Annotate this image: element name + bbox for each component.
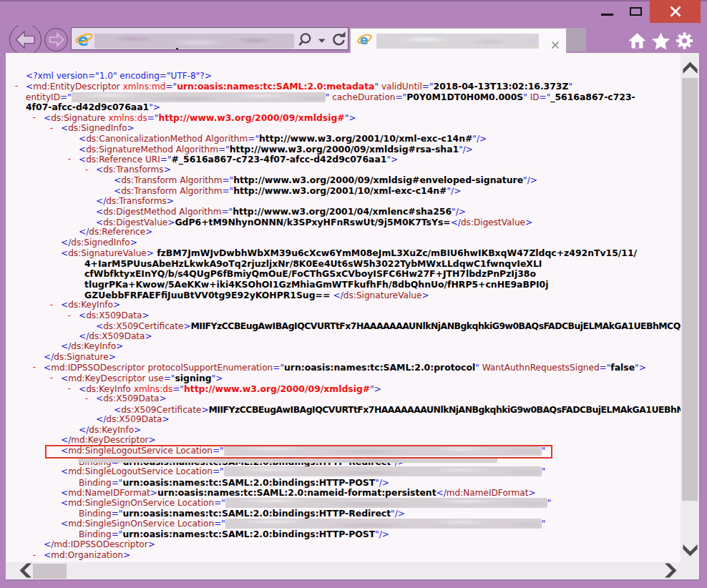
xml-token: ds:DigestMethod (103, 207, 176, 217)
xml-token: ds:KeyInfo (89, 425, 134, 435)
collapse-marker[interactable]: - (48, 300, 55, 310)
xml-token: </ (79, 227, 89, 237)
xml-token: Location (176, 466, 213, 476)
collapse-marker[interactable]: - (13, 81, 20, 91)
back-button[interactable] (9, 26, 42, 53)
collapse-marker[interactable]: - (66, 310, 73, 320)
xml-token: =" (112, 478, 123, 488)
favorites-star-icon[interactable] (651, 31, 671, 53)
scroll-right-arrow[interactable] (660, 562, 679, 579)
collapse-marker[interactable]: - (83, 393, 90, 403)
minimize-button[interactable] (595, 0, 627, 23)
xml-token: ds:X509Certificate (103, 321, 183, 331)
xml-line: <ds:X509Certificate>MIIFYzCCBEugAwIBAgIQ… (96, 320, 681, 331)
xml-token: "/> (459, 144, 473, 155)
redacted-value-blur (225, 498, 547, 508)
xml-token: "/> (391, 509, 405, 519)
xml-line: <ds:X509Data> (79, 310, 150, 321)
xml-token: ds:KeyInfo (68, 300, 113, 310)
xml-token: md:KeyDescriptor (68, 373, 145, 383)
xml-token: < (44, 363, 51, 373)
collapse-marker[interactable]: - (66, 154, 73, 164)
close-button[interactable] (650, 0, 701, 23)
xml-token: > (116, 341, 123, 351)
xml-token: ds:Transforms (106, 196, 167, 206)
xml-token: " (542, 519, 546, 529)
xml-line: cfWbfktyxEInYQ/b/s4QUgP6fBmiyQmOuE/FoCTh… (84, 268, 536, 279)
xml-token: =" (214, 498, 225, 508)
xml-token: http://www.w3.org/2000/09/xmldsig#envelo… (233, 175, 523, 185)
xml-line: </ds:SignedInfo> (61, 237, 137, 248)
xml-token: Algorithm (176, 144, 218, 155)
forward-button[interactable] (44, 28, 68, 52)
xml-token: =" (222, 186, 233, 196)
xml-token: < (96, 165, 103, 175)
xml-token: WantAuthnRequestsSigned (482, 363, 600, 373)
xml-token: ID (530, 92, 540, 102)
collapse-marker[interactable]: - (31, 112, 38, 122)
xml-token: Algorithm (180, 175, 222, 185)
xml-line: </ds:X509Data> (96, 414, 170, 425)
refresh-icon[interactable] (329, 31, 348, 52)
xml-token: ds:SignedInfo (68, 123, 127, 133)
xml-token: ds:Reference (89, 227, 145, 237)
vertical-scroll-thumb[interactable] (682, 78, 698, 501)
xml-token: cfWbfktyxEInYQ/b/s4QUgP6fBmiyQmOuE/FoCTh… (84, 268, 536, 279)
xml-token: </ (44, 539, 54, 549)
xml-line: <md:SingleLogoutService Location="" (61, 466, 545, 477)
xml-line: <md:SingleSignOnService Location="" (61, 498, 551, 509)
collapse-marker[interactable]: - (31, 550, 38, 560)
xml-token: > (130, 237, 137, 248)
new-tab-button[interactable] (567, 28, 586, 52)
xml-token: < (114, 405, 121, 415)
xml-token: > (148, 539, 155, 549)
maximize-icon (630, 7, 642, 16)
xml-token: xmlns:md (123, 82, 166, 92)
xml-line: <ds:SignatureValue> fzBM7JmWJvDwbhWbXM39… (61, 248, 637, 258)
xml-line: <ds:DigestMethod Algorithm="http://www.w… (96, 206, 466, 217)
tab-ie-logo-icon: e (357, 32, 373, 51)
collapse-marker[interactable]: - (31, 362, 38, 372)
xml-token: < (114, 186, 121, 196)
collapse-marker[interactable]: - (48, 373, 55, 383)
xml-token: > (162, 414, 170, 424)
home-icon[interactable] (628, 31, 647, 53)
xml-line: <ds:Signature xmlns:ds="http://www.w3.or… (44, 112, 356, 123)
scroll-up-arrow[interactable] (683, 59, 698, 77)
xml-token: ds:Transform (121, 186, 177, 196)
horizontal-scroll-thumb[interactable] (33, 564, 67, 579)
xml-token: http://www.w3.org/2001/10/xml-exc-c14n# (259, 133, 472, 144)
tab-close-icon[interactable] (551, 39, 560, 52)
xml-token: =" (164, 373, 175, 383)
settings-gear-icon[interactable] (675, 31, 694, 53)
xml-token: =" (160, 155, 172, 165)
xml-token: =" (273, 363, 284, 373)
xml-line: tlugrPKa+Kwow/5AeKKw+iki4KSOhOI1GzMhiaGm… (84, 279, 548, 290)
collapse-marker[interactable]: - (83, 165, 90, 175)
xml-token: "> (386, 155, 398, 165)
collapse-marker[interactable]: - (66, 383, 73, 393)
xml-token: > (127, 123, 135, 133)
xml-token: md:Organization (51, 550, 123, 560)
window-border-right (699, 53, 701, 579)
search-icon[interactable] (296, 31, 329, 52)
maximize-button[interactable] (624, 0, 648, 23)
browser-tab[interactable]: e (350, 28, 567, 54)
vertical-scrollbar[interactable] (681, 53, 699, 562)
scroll-down-arrow[interactable] (683, 541, 698, 559)
xml-token: ds:Signature (51, 113, 105, 123)
xml-token: =" (395, 92, 406, 102)
xml-token: > (159, 393, 166, 403)
xml-token: < (61, 300, 68, 310)
address-bar[interactable]: e (71, 27, 348, 51)
horizontal-scrollbar[interactable] (6, 562, 699, 579)
xml-token: =" (540, 92, 551, 102)
xml-token: md:NameIDFormat (68, 488, 150, 498)
xml-token: validUntil (381, 82, 422, 92)
xml-token: < (61, 498, 68, 508)
xml-line: 4+IarM5PUusAbeHzLkwkA9oTq2rjuzljxNr/8K0E… (84, 258, 542, 269)
xml-token: 4f07-afcc-d42d9c076aa1 (26, 102, 149, 112)
xml-token: "/> (375, 529, 389, 539)
xml-content-area: <?xml version="1.0" encoding="UTF-8"?>-<… (6, 53, 681, 562)
collapse-marker[interactable]: - (48, 123, 55, 133)
